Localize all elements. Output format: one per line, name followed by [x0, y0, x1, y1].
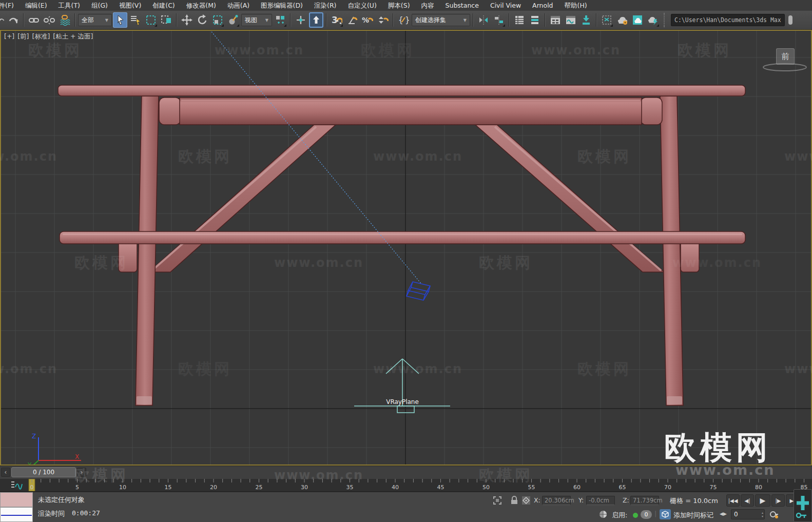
use-pivot-point-center-button[interactable] — [273, 12, 287, 28]
unlink-selection-button[interactable] — [42, 12, 56, 28]
viewport-menu-general[interactable]: [+] — [4, 32, 14, 41]
svg-text:}: } — [405, 15, 409, 25]
chevron-down-icon: ▼ — [460, 18, 467, 23]
time-config-icon[interactable] — [598, 510, 608, 521]
select-and-move-button[interactable] — [180, 12, 194, 28]
play-button[interactable]: ▶ — [755, 494, 770, 507]
menu-item-4[interactable]: 视图(V) — [113, 0, 147, 11]
menu-item-14[interactable]: Civil View — [485, 0, 527, 11]
menu-item-13[interactable]: Substance — [440, 0, 485, 11]
snaps-toggle-3d-button[interactable]: 3 — [330, 12, 344, 28]
toggle-ribbon-button[interactable] — [579, 12, 593, 28]
select-and-rotate-button[interactable] — [195, 12, 209, 28]
spinner-snap-toggle[interactable] — [376, 12, 390, 28]
menu-item-11[interactable]: 脚本(S) — [382, 0, 416, 11]
frame-nudge-arrows[interactable]: ◀▶ — [720, 511, 727, 516]
x-coord-label: X: — [534, 496, 540, 504]
time-slider-handle[interactable]: 0 / 100 — [11, 467, 76, 477]
edit-named-selection-sets-button[interactable]: {} — [396, 12, 411, 28]
time-tag-cube-icon[interactable] — [660, 509, 671, 519]
key-filters-icon[interactable] — [769, 509, 779, 521]
named-selection-sets-dropdown[interactable]: 创建选择集▼ — [412, 14, 470, 26]
menu-item-6[interactable]: 修改器(M) — [181, 0, 222, 11]
isolate-selection-icon[interactable] — [493, 496, 502, 507]
selection-lock-icon[interactable] — [510, 496, 518, 507]
menu-item-12[interactable]: 内容 — [416, 0, 440, 11]
window-crossing-toggle[interactable] — [159, 12, 173, 28]
ruler-frame-label: 20 — [210, 484, 217, 491]
menu-item-8[interactable]: 图形编辑器(D) — [255, 0, 308, 11]
menu-item-5[interactable]: 创建(C) — [147, 0, 180, 11]
schematic-view-button[interactable] — [564, 12, 578, 28]
z-coord-label: Z: — [623, 496, 629, 504]
keyboard-shortcut-override-toggle[interactable] — [309, 12, 323, 28]
toolbar-separator — [74, 13, 75, 27]
transform-typein-icon[interactable] — [521, 496, 531, 507]
reference-coordinate-system-dropdown[interactable]: 视图▼ — [241, 14, 272, 26]
menu-item-15[interactable]: Arnold — [527, 0, 558, 11]
rendered-frame-window-button[interactable] — [630, 12, 645, 28]
select-and-manipulate-button[interactable] — [294, 12, 308, 28]
select-and-scale-button[interactable] — [210, 12, 225, 28]
render-setup-button[interactable] — [615, 12, 629, 28]
track-bar[interactable]: 0510152025303540455055606570758085 — [0, 479, 812, 492]
select-object-button[interactable] — [113, 12, 127, 28]
mini-curve-editor-icon[interactable] — [10, 480, 23, 492]
maxscript-mini-listener-white[interactable] — [0, 507, 33, 522]
axis-y-label: Y — [27, 461, 32, 466]
align-button[interactable] — [492, 12, 506, 28]
angle-snap-toggle[interactable] — [345, 12, 359, 28]
toolbar-grip — [664, 13, 667, 27]
time-slider-prev-button[interactable]: ‹ — [1, 468, 10, 477]
menu-item-0[interactable]: 文件(F) — [0, 0, 20, 11]
previous-frame-button[interactable]: ◀| — [741, 494, 754, 507]
x-coord-field[interactable]: 20.306cm — [542, 496, 571, 505]
next-frame-button[interactable]: |▶ — [771, 494, 785, 507]
selection-filter-dropdown[interactable]: 全部▼ — [78, 14, 112, 26]
toolbar-separator — [596, 13, 597, 27]
scene-states-button[interactable] — [600, 12, 614, 28]
current-frame-field[interactable]: 0 ▴▾ — [731, 509, 765, 519]
go-to-start-button[interactable]: |◀◀ — [726, 494, 740, 507]
viewport-menu-shading[interactable]: [粘土 + 边面] — [53, 32, 93, 41]
bind-to-space-warp-button[interactable] — [57, 12, 72, 28]
select-and-place-button[interactable] — [226, 12, 240, 28]
viewport-menu-pov[interactable]: [前] — [17, 32, 29, 41]
mirror-button[interactable] — [476, 12, 491, 28]
helper-cube[interactable] — [407, 282, 430, 300]
undo-button[interactable] — [0, 12, 5, 28]
menu-item-2[interactable]: 工具(T) — [53, 0, 86, 11]
project-folder-field[interactable]: C:\Users\Han\Documents\3ds Max 2022▼ — [671, 14, 785, 26]
create-key-button[interactable] — [794, 489, 812, 522]
select-by-name-button[interactable] — [128, 12, 143, 28]
menu-item-3[interactable]: 组(G) — [86, 0, 113, 11]
select-and-link-button[interactable] — [27, 12, 41, 28]
time-slider-next-button[interactable]: › — [77, 468, 86, 477]
axis-tripod: Z X Y — [27, 433, 81, 466]
add-time-tag-text[interactable]: 添加时间标记 — [673, 511, 713, 520]
ruler-frame-label: 60 — [573, 484, 581, 491]
menu-item-16[interactable]: 帮助(H) — [559, 0, 593, 11]
workspace-partial-icon[interactable] — [786, 12, 800, 28]
menu-item-1[interactable]: 编辑(E) — [20, 0, 53, 11]
enable-count-button[interactable]: 0 — [641, 510, 652, 519]
percent-snap-toggle[interactable]: % — [360, 12, 375, 28]
menu-item-10[interactable]: 自定义(U) — [342, 0, 382, 11]
redo-button[interactable] — [6, 12, 21, 28]
render-production-button[interactable] — [646, 12, 660, 28]
rectangular-selection-region-button[interactable] — [144, 12, 158, 28]
viewport-front[interactable]: VRayPlane Z X Y [+] [前] [标准] [粘土 + 边面] 前 — [0, 30, 812, 466]
menu-item-9[interactable]: 渲染(R) — [308, 0, 342, 11]
toggle-scene-explorer-button[interactable] — [512, 12, 527, 28]
maxscript-mini-listener-pink[interactable] — [0, 492, 33, 507]
frame-spinner[interactable]: ▴▾ — [762, 510, 763, 519]
reference-coordinate-system-dropdown-label: 视图 — [245, 16, 257, 25]
status-bar: 未选定任何对象 渲染时间 0:00:27 X: 20.306cm Y: -0.0… — [0, 492, 812, 522]
viewcube[interactable]: 前 — [776, 48, 795, 65]
y-coord-field[interactable]: -0.0cm — [586, 496, 615, 505]
curve-editor-button[interactable] — [548, 12, 563, 28]
viewport-menu-standard[interactable]: [标准] — [32, 32, 50, 41]
toggle-layer-explorer-button[interactable] — [528, 12, 542, 28]
z-coord-field[interactable]: 71.739cm — [630, 496, 659, 505]
menu-item-7[interactable]: 动画(A) — [222, 0, 255, 11]
